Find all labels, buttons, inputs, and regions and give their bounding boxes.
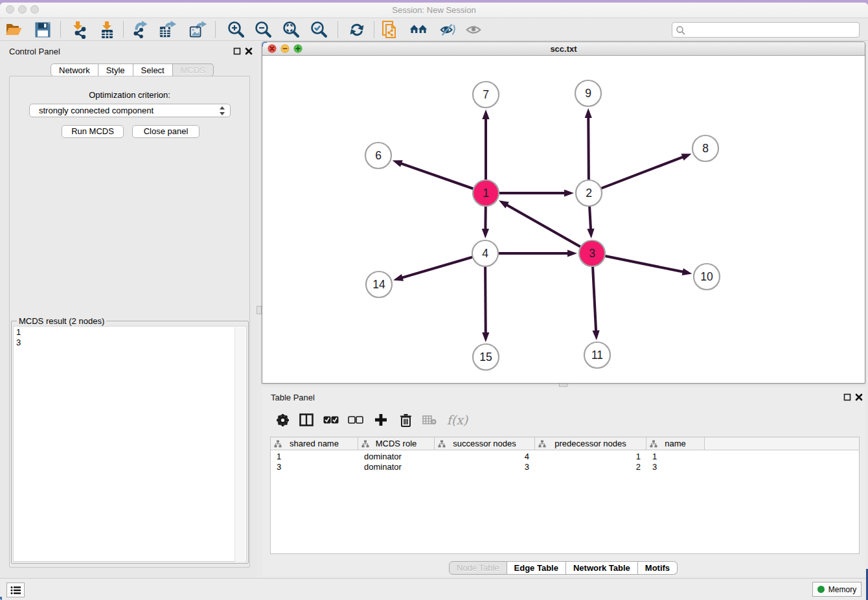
home-button[interactable] [409,21,428,39]
mcds-result-group: MCDS result (2 nodes) 1 3 [11,321,249,564]
mcds-result-textarea[interactable]: 1 3 [13,326,247,562]
control-tab-mcds[interactable]: MCDS [173,63,214,76]
control-tab-style[interactable]: Style [98,63,133,76]
memory-button[interactable]: Memory [812,582,862,597]
node-label-3: 3 [589,247,595,260]
arrowhead-2-8 [681,154,692,161]
zoom-selected-button[interactable] [310,21,328,39]
export-table-button[interactable] [159,21,177,39]
copy-network-button[interactable] [381,21,399,39]
table-delete-icon [422,415,437,425]
edge-2-8[interactable] [589,157,683,193]
node-label-8: 8 [702,142,709,155]
delete-table-button[interactable] [422,412,437,428]
open-session-button[interactable] [5,21,23,39]
import-network-button[interactable] [70,21,88,39]
fx-icon: f(x) [447,413,468,427]
column-header-name[interactable]: name [646,437,705,450]
float-table-panel-icon[interactable] [843,393,851,401]
hide-selected-button[interactable] [439,21,457,39]
gear-icon [276,413,290,427]
deselect-all-button[interactable] [348,412,363,428]
show-windows-list-button[interactable] [6,583,25,597]
toolbar-separator [215,21,216,38]
cell-shared-name[interactable]: 1 [271,452,358,462]
select-all-button[interactable] [323,412,339,428]
node-label-9: 9 [585,87,591,100]
search-icon [676,25,686,36]
result-scrollbar[interactable] [234,327,246,562]
column-type-icon [438,440,446,448]
function-builder-button[interactable]: f(x) [446,412,468,428]
cell-MCDS-role[interactable]: dominator [358,452,435,462]
table-panel-title: Table Panel [271,393,315,402]
zoom-in-button[interactable] [227,21,245,39]
float-panel-icon[interactable] [233,47,241,55]
apply-layout-button[interactable] [348,21,366,39]
show-all-button[interactable] [464,21,483,39]
cell-name[interactable]: 3 [646,462,705,472]
cell-MCDS-role[interactable]: dominator [358,462,435,472]
table-settings-button[interactable] [275,412,290,428]
zoom-fit-icon [282,21,300,39]
arrowhead-1-4 [482,229,489,238]
eye-slash-icon [439,22,457,38]
arrowhead-1-2 [564,189,574,196]
import-table-button[interactable] [98,21,116,39]
zoom-in-icon [227,21,245,39]
window-title: Session: New Session [0,5,868,15]
table-tab-motifs[interactable]: Motifs [638,561,678,575]
control-tab-select[interactable]: Select [133,63,173,76]
edge-3-10[interactable] [592,253,684,272]
search-input[interactable] [672,22,860,38]
column-header-shared-name[interactable]: shared name [271,437,358,450]
mcds-result-values: 1 3 [16,327,21,348]
columns-icon [299,413,314,426]
network-canvas[interactable]: 1234678910111415 [262,56,865,383]
close-panel-icon[interactable] [245,47,253,55]
close-table-panel-icon[interactable] [855,393,863,401]
vertical-splitter-handle[interactable] [257,306,262,314]
table-tab-edge-table[interactable]: Edge Table [507,561,566,575]
main-toolbar [0,18,868,41]
arrowhead-4-15 [482,332,489,342]
cell-successor-nodes[interactable]: 4 [435,452,535,462]
network-window: scc.txt 1234678910111415 [262,41,865,384]
column-header-label: successor nodes [453,439,516,448]
export-network-button[interactable] [133,21,151,39]
control-tab-network[interactable]: Network [51,63,98,76]
toolbar-separator [123,21,124,38]
network-window-titlebar[interactable]: scc.txt [262,42,865,56]
add-column-button[interactable] [373,412,389,428]
refresh-icon [348,21,366,38]
arrowhead-2-9 [585,108,592,118]
export-image-button[interactable] [189,21,207,39]
run-mcds-button[interactable]: Run MCDS [62,125,124,138]
save-session-button[interactable] [34,21,52,39]
node-table: shared nameMCDS rolesuccessor nodesprede… [270,437,860,554]
edge-3-1[interactable] [506,205,592,253]
cell-name[interactable]: 1 [646,452,705,462]
zoom-fit-button[interactable] [282,21,300,39]
titlebar: Session: New Session [0,3,868,18]
cell-successor-nodes[interactable]: 3 [435,462,535,472]
table-panel-tabs: Node TableEdge TableNetwork TableMotifs [449,561,678,575]
cell-predecessor-nodes[interactable]: 2 [535,462,646,472]
close-panel-button[interactable]: Close panel [132,125,200,138]
list-icon [10,586,21,595]
delete-column-button[interactable] [398,412,413,428]
column-header-MCDS-role[interactable]: MCDS role [358,437,435,450]
table-tab-node-table[interactable]: Node Table [449,561,507,575]
cell-shared-name[interactable]: 3 [271,462,358,472]
table-toolbar: f(x) [270,407,857,432]
column-header-successor-nodes[interactable]: successor nodes [435,437,535,450]
table-row-2[interactable]: 3dominator323 [271,462,859,472]
cell-predecessor-nodes[interactable]: 1 [535,452,646,462]
zoom-out-button[interactable] [254,21,272,39]
memory-label: Memory [828,585,856,594]
table-tab-network-table[interactable]: Network Table [566,561,638,575]
column-visibility-button[interactable] [299,412,314,428]
criterion-select[interactable]: strongly connected component [29,104,231,117]
column-header-predecessor-nodes[interactable]: predecessor nodes [535,437,646,450]
table-row-1[interactable]: 1dominator411 [271,452,859,462]
